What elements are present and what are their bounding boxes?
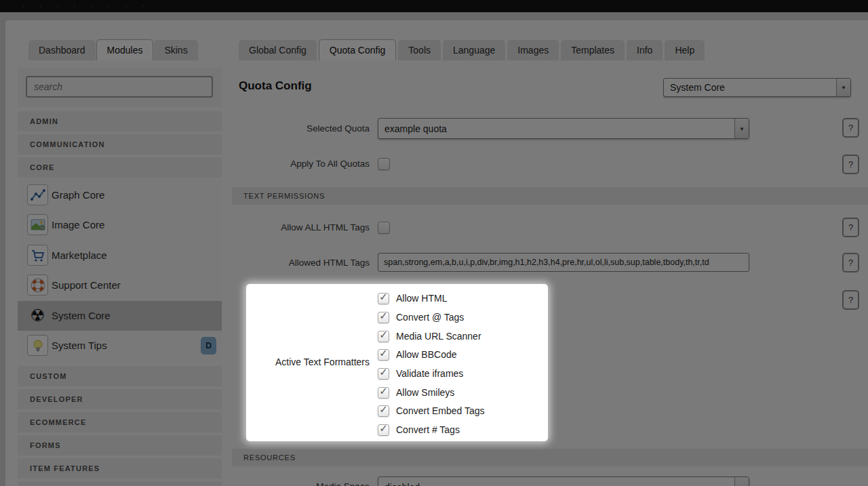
help-button-allowed-tags[interactable]: ?	[842, 253, 859, 272]
tab-dashboard[interactable]: Dashboard	[28, 40, 96, 60]
chevron-down-icon[interactable]: ▾	[836, 79, 850, 96]
allow-all-html-checkbox[interactable]	[378, 222, 390, 234]
help-button-selected-quota[interactable]: ?	[842, 118, 859, 138]
tab-global-config[interactable]: Global Config	[239, 40, 317, 60]
formatter-label: Media URL Scanner	[396, 331, 481, 342]
formatter-label: Allow Smileys	[396, 387, 454, 398]
module-name: Marketplace	[52, 241, 107, 270]
formatter-checkbox[interactable]: ✓	[378, 424, 389, 436]
allowed-tags-input[interactable]: span,strong,em,a,b,u,i,p,div,br,img,h1,h…	[378, 253, 749, 272]
topbar-icon-3[interactable]: •	[56, 3, 58, 9]
sidebar-item-system-tips[interactable]: System Tips D	[18, 331, 222, 361]
formatter-label: Convert Embed Tags	[396, 405, 484, 416]
selected-quota-label: Selected Quota	[232, 123, 370, 134]
module-name: System Core	[52, 301, 111, 331]
formatter-checkbox[interactable]: ✓	[378, 368, 389, 380]
allow-all-html-label: Allow ALL HTML Tags	[232, 222, 370, 232]
tab-quota-config[interactable]: Quota Config	[319, 39, 397, 60]
formatter-convert-hash-tags: ✓ Convert # Tags	[378, 424, 460, 436]
formatter-label: Convert # Tags	[396, 424, 460, 435]
sidebar-group-custom[interactable]: CUSTOM	[18, 366, 222, 386]
topbar-icon-8[interactable]: •	[142, 3, 144, 9]
top-black-bar: • • • • • • • •	[0, 0, 868, 12]
formatter-label: Allow HTML	[396, 293, 447, 304]
media-space-value: disabled	[384, 482, 420, 486]
formatter-validate-iframes: ✓ Validate iframes	[378, 367, 463, 380]
formatter-allow-smileys: ✓ Allow Smileys	[378, 386, 454, 399]
sidebar-item-image-core[interactable]: Image Core	[18, 210, 222, 240]
radiation-icon: ☢	[27, 304, 48, 327]
formatter-checkbox[interactable]: ✓	[378, 387, 389, 399]
apply-all-checkbox[interactable]	[378, 158, 390, 170]
tab-templates[interactable]: Templates	[561, 40, 625, 60]
formatter-convert-at-tags: ✓ Convert @ Tags	[378, 311, 464, 323]
topbar-icon-4[interactable]: •	[73, 3, 75, 9]
formatter-checkbox[interactable]: ✓	[378, 312, 389, 323]
sidebar-item-marketplace[interactable]: Marketplace	[18, 241, 222, 270]
line-chart-icon	[27, 184, 48, 205]
section-resources: RESOURCES	[232, 449, 868, 466]
tab-modules[interactable]: Modules	[96, 39, 154, 60]
help-button-apply-all[interactable]: ?	[842, 155, 859, 174]
selected-quota-value: example quota	[384, 123, 447, 134]
sidebar-group-admin[interactable]: ADMIN	[18, 111, 222, 131]
tab-skins[interactable]: Skins	[154, 40, 197, 60]
formatter-allow-html: ✓ Allow HTML	[378, 292, 447, 304]
help-button-formatters[interactable]: ?	[842, 290, 859, 310]
page-title: Quota Config	[239, 79, 312, 93]
formatter-label: Convert @ Tags	[396, 312, 464, 323]
media-space-label: Media Space	[232, 481, 370, 486]
chevron-down-icon[interactable]: ▾	[734, 119, 749, 138]
media-space-select[interactable]: disabled ▾	[378, 477, 749, 486]
selected-quota-select[interactable]: example quota ▾	[378, 118, 749, 139]
tab-images[interactable]: Images	[507, 40, 559, 60]
tab-help[interactable]: Help	[665, 40, 705, 60]
sidebar-group-core[interactable]: CORE	[18, 157, 222, 178]
topbar-icon-7[interactable]: •	[125, 3, 127, 9]
sidebar-module-list: Graph Core Image Core Marketplace Suppor…	[18, 180, 222, 361]
formatter-convert-embed-tags: ✓ Convert Embed Tags	[378, 405, 484, 417]
module-name: Support Center	[52, 270, 121, 300]
shopping-cart-icon	[27, 245, 48, 266]
formatter-label: Validate iframes	[396, 368, 463, 379]
sidebar-search-block	[18, 68, 222, 106]
help-button-allow-all-html[interactable]: ?	[842, 218, 859, 237]
sidebar-group-ecommerce[interactable]: ECOMMERCE	[18, 412, 222, 432]
module-select[interactable]: System Core ▾	[663, 78, 851, 97]
sidebar-item-system-core[interactable]: ☢ System Core	[18, 301, 222, 331]
topbar-icon-1[interactable]: •	[22, 3, 24, 9]
formatter-checkbox[interactable]: ✓	[378, 405, 389, 417]
chevron-down-icon[interactable]: ▾	[734, 477, 749, 486]
sidebar-item-graph-core[interactable]: Graph Core	[18, 180, 222, 210]
allowed-tags-label: Allowed HTML Tags	[232, 258, 370, 268]
sidebar-group-communication[interactable]: COMMUNICATION	[18, 134, 222, 155]
primary-tabs: Dashboard Modules Skins	[28, 39, 198, 60]
topbar-icon-5[interactable]: •	[91, 3, 93, 9]
tab-tools[interactable]: Tools	[398, 40, 441, 60]
section-text-permissions: TEXT PERMISSIONS	[232, 187, 868, 205]
formatters-label: Active Text Formatters	[232, 357, 370, 367]
sidebar-item-support-center[interactable]: Support Center	[18, 270, 222, 300]
module-select-value: System Core	[670, 82, 725, 93]
apply-all-label: Apply To All Quotas	[232, 159, 370, 169]
sidebar-group-partial[interactable]	[18, 481, 222, 486]
sidebar-group-developer[interactable]: DEVELOPER	[18, 389, 222, 409]
module-name: System Tips	[52, 331, 107, 361]
admin-screen: • • • • • • • • Dashboard Modules Skins …	[0, 0, 868, 486]
formatter-checkbox[interactable]: ✓	[378, 293, 389, 304]
sidebar-group-forms[interactable]: FORMS	[18, 435, 222, 455]
formatter-checkbox[interactable]: ✓	[378, 349, 389, 361]
formatter-checkbox[interactable]: ✓	[378, 331, 389, 342]
module-name: Graph Core	[52, 180, 104, 210]
topbar-icon-2[interactable]: •	[39, 3, 41, 9]
status-badge: D	[201, 337, 216, 355]
lifebuoy-icon	[27, 275, 48, 296]
tab-language[interactable]: Language	[443, 40, 505, 60]
formatter-label: Allow BBCode	[396, 349, 457, 360]
lightbulb-icon	[27, 335, 48, 356]
formatter-media-url-scanner: ✓ Media URL Scanner	[378, 330, 481, 342]
topbar-icon-6[interactable]: •	[108, 3, 110, 9]
search-input[interactable]	[26, 76, 213, 98]
sidebar-group-item-features[interactable]: ITEM FEATURES	[18, 458, 222, 479]
tab-info[interactable]: Info	[627, 40, 663, 60]
